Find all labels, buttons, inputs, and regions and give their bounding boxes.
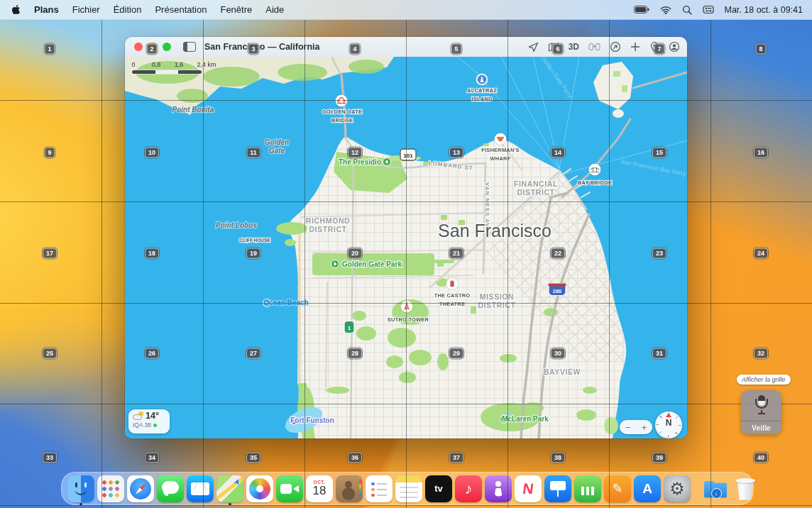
menu-fichier[interactable]: Fichier <box>72 4 100 15</box>
spotlight-icon[interactable] <box>682 5 692 15</box>
zoom-button[interactable] <box>163 43 171 51</box>
facetime-icon[interactable] <box>276 475 303 502</box>
map-marker-sutro-tower[interactable] <box>401 301 413 313</box>
look-around-icon[interactable] <box>588 42 600 52</box>
keynote-icon[interactable] <box>544 475 571 502</box>
air-quality: IQA 38 <box>133 421 151 429</box>
sidebar-toggle-icon[interactable] <box>183 42 196 52</box>
dock-item-finder[interactable] <box>67 475 94 502</box>
map-marker-alcatraz[interactable] <box>476 74 488 86</box>
dock-item-keynote[interactable] <box>544 475 571 502</box>
menu-présentation[interactable]: Présentation <box>155 4 207 15</box>
calendar-icon[interactable]: OCT.18 <box>306 475 333 502</box>
dock-item-calendar[interactable]: OCT.18 <box>306 475 333 502</box>
map-marker-castro-theatre[interactable] <box>446 278 459 290</box>
music-icon[interactable] <box>455 475 482 502</box>
voice-command-tooltip: Afficher la grille <box>737 375 791 385</box>
dock-item-settings[interactable] <box>664 475 691 502</box>
apple-logo-icon[interactable] <box>11 4 21 15</box>
notes-icon[interactable] <box>395 475 422 502</box>
dock-item-news[interactable] <box>515 475 542 502</box>
add-icon[interactable] <box>630 42 640 52</box>
reminders-icon[interactable] <box>366 475 393 502</box>
messages-icon[interactable] <box>157 475 184 502</box>
aqi-status-dot <box>153 424 157 427</box>
dock: OCT.18tv <box>61 472 754 505</box>
news-icon[interactable] <box>515 475 542 502</box>
current-location-icon[interactable] <box>528 42 539 53</box>
running-indicator <box>229 503 231 506</box>
appletv-icon[interactable]: tv <box>425 475 452 502</box>
map-marker-golden-gate-bridge[interactable] <box>336 95 348 107</box>
menu-fenêtre[interactable]: Fenêtre <box>220 4 252 15</box>
dock-item-safari[interactable] <box>127 475 154 502</box>
minimize-button[interactable] <box>148 43 157 51</box>
dock-item-notes[interactable] <box>395 475 422 502</box>
dock-item-appletv[interactable]: tv <box>425 475 452 502</box>
voice-control-button[interactable]: Veille <box>741 390 781 434</box>
dock-item-numbers[interactable] <box>574 475 601 502</box>
window-title: San Francisco — California <box>204 42 320 52</box>
dock-item-mail[interactable] <box>187 475 214 502</box>
downloads-icon[interactable] <box>702 475 729 502</box>
mail-icon[interactable] <box>187 475 214 502</box>
battery-icon[interactable] <box>634 5 649 14</box>
dock-item-trash[interactable] <box>732 475 759 502</box>
dock-item-contacts[interactable] <box>336 475 363 502</box>
control-center-icon[interactable] <box>703 5 714 14</box>
zoom-controls: − + <box>620 420 652 434</box>
screen: San Francisco — California 3D <box>0 0 812 508</box>
scale-bar: 0 0,8 1,6 2,4 km <box>132 61 224 74</box>
trash-icon[interactable] <box>732 475 759 502</box>
contacts-icon[interactable] <box>336 475 363 502</box>
podcasts-icon[interactable] <box>485 475 512 502</box>
launchpad-icon[interactable] <box>97 475 124 502</box>
svg-text:280: 280 <box>553 288 562 294</box>
numbers-icon[interactable] <box>574 475 601 502</box>
maps-icon[interactable] <box>216 475 243 502</box>
voice-control-status: Veille <box>741 421 781 434</box>
map-label: McLaren Park <box>502 415 549 423</box>
finder-icon[interactable] <box>67 475 94 502</box>
menu-édition[interactable]: Édition <box>114 4 142 15</box>
photos-icon[interactable] <box>246 475 273 502</box>
compass[interactable]: N <box>655 412 682 438</box>
map-marker-bay-bridge[interactable] <box>589 164 601 176</box>
dock-item-pages[interactable] <box>604 475 631 502</box>
dock-item-downloads[interactable] <box>702 475 729 502</box>
zoom-in-button[interactable]: + <box>636 420 652 434</box>
compass-north-label: N <box>655 418 682 428</box>
scale-label: 1,6 <box>175 61 184 68</box>
map-marker-fishermans-wharf[interactable] <box>495 133 507 145</box>
close-button[interactable] <box>134 43 143 51</box>
dock-item-photos[interactable] <box>246 475 273 502</box>
appstore-icon[interactable] <box>634 475 661 502</box>
map-label: MISSIONDISTRICT <box>478 292 515 309</box>
map-canvas[interactable]: Point BonitaGoldenGateGOLDEN GATEBRIDGEA… <box>125 57 687 438</box>
dock-item-facetime[interactable] <box>276 475 303 502</box>
dock-item-launchpad[interactable] <box>97 475 124 502</box>
settings-icon[interactable] <box>664 475 691 502</box>
account-icon[interactable] <box>669 41 680 53</box>
dock-item-podcasts[interactable] <box>485 475 512 502</box>
dropped-pin-icon[interactable] <box>649 41 659 53</box>
dock-item-reminders[interactable] <box>366 475 393 502</box>
dock-item-messages[interactable] <box>157 475 184 502</box>
3d-mode-button[interactable]: 3D <box>569 42 579 52</box>
dock-item-music[interactable] <box>455 475 482 502</box>
menu-aide[interactable]: Aide <box>265 4 284 15</box>
safari-icon[interactable] <box>127 475 154 502</box>
dock-item-maps[interactable] <box>216 475 243 502</box>
directions-icon[interactable] <box>610 41 621 53</box>
scale-label: 0 <box>131 61 135 68</box>
zoom-out-button[interactable]: − <box>620 420 636 434</box>
pages-icon[interactable] <box>604 475 631 502</box>
menu-bar-clock[interactable]: Mar. 18 oct. à 09:41 <box>725 5 803 15</box>
wifi-icon[interactable] <box>660 6 671 14</box>
dock-item-appstore[interactable] <box>634 475 661 502</box>
menu-plans[interactable]: Plans <box>34 4 59 15</box>
route-shield-101: 101 <box>400 149 416 160</box>
map-mode-icon[interactable] <box>548 42 559 53</box>
weather-widget[interactable]: 14° IQA 38 <box>128 409 170 434</box>
window-titlebar[interactable]: San Francisco — California 3D <box>125 37 687 57</box>
